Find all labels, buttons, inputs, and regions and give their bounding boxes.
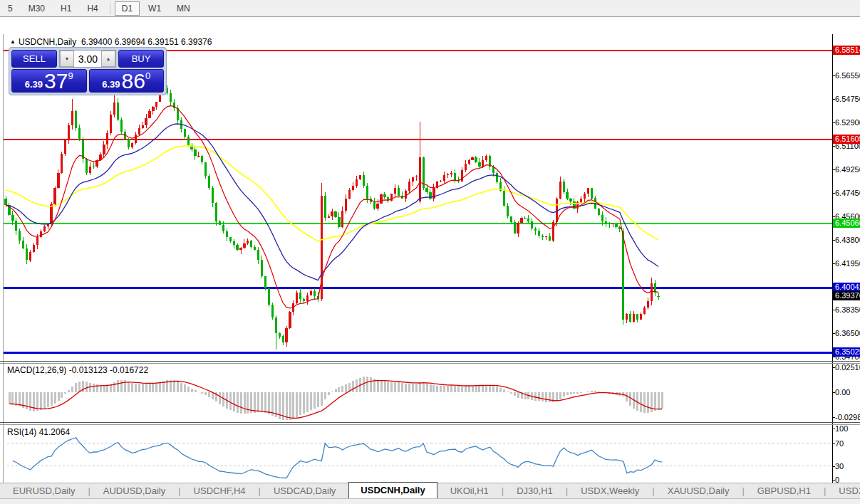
toolbar-separator bbox=[110, 3, 110, 14]
price-tick-label: 6.49250 bbox=[835, 165, 860, 174]
buy-price-panel[interactable]: 6.39 86 0 bbox=[89, 69, 165, 93]
price-badge: 6.51605 bbox=[833, 135, 860, 144]
chart-tab-bar: EURUSD,Daily|AUDUSD,Daily|USDCHF,H4|USDC… bbox=[0, 483, 860, 499]
chart-left-border bbox=[3, 34, 4, 485]
status-bar bbox=[0, 498, 860, 504]
macd-label: MACD(12,26,9) -0.013123 -0.016722 bbox=[7, 365, 148, 375]
price-tick-label: 6.52900 bbox=[835, 118, 860, 127]
chart-tab-gbpusd-h1[interactable]: GBPUSD,H1 bbox=[745, 483, 824, 499]
sell-price-pip: 9 bbox=[68, 70, 73, 81]
timeframe-button-m30[interactable]: M30 bbox=[21, 1, 52, 16]
chart-symbol-label: USDCNH,Daily bbox=[19, 37, 76, 47]
buy-price-main: 86 bbox=[122, 71, 145, 91]
timeframe-button-5[interactable]: 5 bbox=[1, 1, 20, 16]
buy-button[interactable]: BUY bbox=[118, 50, 164, 68]
chart-tab-usdcnh-daily[interactable]: USDCNH,Daily bbox=[348, 482, 437, 499]
rsi-tick-label: 30 bbox=[835, 462, 844, 471]
rsi-indicator-chart[interactable] bbox=[4, 425, 832, 483]
volume-decrease-button[interactable]: ▼ bbox=[60, 51, 74, 67]
price-badge: 6.58514 bbox=[833, 46, 860, 55]
timeframe-button-d1[interactable]: D1 bbox=[115, 1, 140, 16]
price-tick-label: 6.56550 bbox=[835, 71, 860, 80]
rsi-tick-label: 100 bbox=[835, 424, 848, 433]
price-tick-label: 6.41950 bbox=[835, 259, 860, 268]
timeframe-button-h1[interactable]: H1 bbox=[53, 1, 78, 16]
chart-tab-audusd-daily[interactable]: AUDUSD,Daily bbox=[90, 483, 178, 499]
price-tick-label: 6.38350 bbox=[835, 305, 860, 314]
sell-price-prefix: 6.39 bbox=[25, 79, 43, 90]
chart-window: ▲USDCNH,Daily 6.39400 6.39694 6.39151 6.… bbox=[0, 16, 860, 483]
timeframe-button-w1[interactable]: W1 bbox=[141, 1, 168, 16]
price-tick-label: 6.54750 bbox=[835, 95, 860, 103]
volume-increase-button[interactable]: ▲ bbox=[101, 51, 115, 67]
one-click-trading-widget: SELL ▼ 3.00 ▲ BUY 6.39 37 9 6.39 86 0 bbox=[9, 47, 167, 95]
chart-tab-eurusd-daily[interactable]: EURUSD,Daily bbox=[0, 483, 88, 499]
sell-price-panel[interactable]: 6.39 37 9 bbox=[11, 69, 87, 93]
rsi-label: RSI(14) 41.2064 bbox=[7, 427, 70, 437]
chart-tab-usdx-weekly[interactable]: USDX,Weekly bbox=[568, 483, 652, 499]
chart-title: ▲USDCNH,Daily 6.39400 6.39694 6.39151 6.… bbox=[10, 37, 212, 47]
sell-button[interactable]: SELL bbox=[11, 50, 57, 68]
timeframe-toolbar: 5M30H1H4D1W1MN bbox=[0, 0, 860, 17]
price-badge: 6.39376 bbox=[833, 291, 860, 300]
price-tick-label: 6.36500 bbox=[835, 329, 860, 337]
panel-separator bbox=[0, 422, 860, 423]
chart-tab-xauusd-daily[interactable]: XAUUSD,Daily bbox=[655, 483, 742, 499]
terminal-window: 5M30H1H4D1W1MN ▲USDCNH,Daily 6.39400 6.3… bbox=[0, 0, 860, 504]
chart-tab-usdcad-daily[interactable]: USDCAD,Daily bbox=[261, 483, 348, 499]
macd-tick-label: 0.025108 bbox=[835, 363, 860, 372]
price-tick-label: 6.43800 bbox=[835, 236, 860, 244]
sell-price-main: 37 bbox=[44, 71, 68, 91]
axis-vertical-line bbox=[832, 34, 833, 484]
chart-tab-usdchf-h4[interactable]: USDCHF,H4 bbox=[181, 483, 259, 499]
price-tick-label: 6.47450 bbox=[835, 189, 860, 197]
rsi-tick-label: 70 bbox=[835, 439, 844, 448]
chart-ohlc-values: 6.39400 6.39694 6.39151 6.39376 bbox=[81, 37, 212, 47]
chart-tab-dj30-h1[interactable]: DJ30,H1 bbox=[504, 483, 566, 499]
volume-stepper: ▼ 3.00 ▲ bbox=[59, 50, 116, 68]
buy-price-pip: 0 bbox=[145, 70, 150, 81]
macd-tick-label: 0.00 bbox=[835, 388, 850, 397]
volume-input[interactable]: 3.00 bbox=[74, 51, 101, 67]
timeframe-button-mn[interactable]: MN bbox=[170, 1, 197, 16]
price-badge: 6.45060 bbox=[833, 219, 860, 228]
timeframe-button-h4[interactable]: H4 bbox=[80, 1, 105, 16]
collapse-arrow-icon[interactable]: ▲ bbox=[10, 38, 16, 45]
macd-tick-label: -0.02988 bbox=[835, 413, 860, 421]
panel-separator bbox=[0, 424, 860, 425]
chart-tab-usdx-weekly[interactable]: USDX,Weekly bbox=[826, 483, 860, 499]
panel-separator bbox=[0, 363, 860, 364]
chart-tab-ukoil-h1[interactable]: UKOil,H1 bbox=[437, 483, 502, 499]
panel-separator bbox=[0, 361, 860, 362]
buy-price-prefix: 6.39 bbox=[102, 79, 120, 90]
price-badge: 6.35025 bbox=[833, 347, 860, 357]
